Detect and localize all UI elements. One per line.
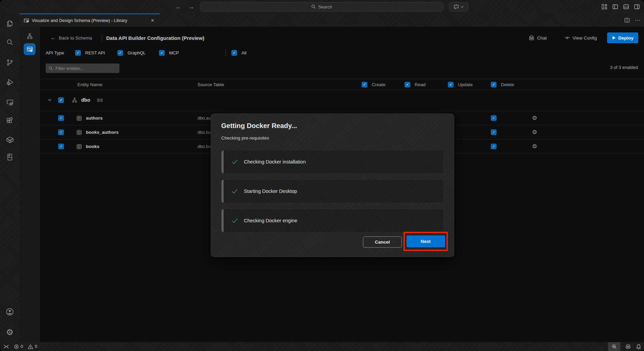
table-icon <box>76 130 82 135</box>
container-tools-icon[interactable] <box>0 133 20 146</box>
all-checkbox[interactable] <box>231 50 237 56</box>
extensions-icon[interactable] <box>0 115 20 127</box>
col-update: Update <box>448 79 473 90</box>
chevron-down-icon <box>461 5 464 8</box>
search-sidebar-icon[interactable] <box>0 36 20 49</box>
graphql-option: GraphQL <box>117 48 145 58</box>
header-divider <box>102 34 102 42</box>
copilot-chat-button[interactable] <box>449 2 468 11</box>
check-icon <box>231 187 238 195</box>
row-checkbox[interactable] <box>58 144 64 149</box>
group-name: dbo <box>81 97 90 103</box>
dab-configuration-icon[interactable] <box>24 43 36 55</box>
activity-bar: ⚙ <box>0 14 20 342</box>
delete-checkbox[interactable] <box>491 129 497 135</box>
tab-visualize-schema[interactable]: Visualize and Design Schema (Preview) - … <box>20 14 160 27</box>
schema-hierarchy-icon <box>71 97 78 103</box>
schema-group-row[interactable]: dbo 3/3 <box>40 90 644 111</box>
read-all-checkbox[interactable] <box>405 82 410 87</box>
table-icon <box>76 144 82 149</box>
step-docker-engine: Checking Docker engine <box>221 209 444 232</box>
all-label: All <box>242 50 246 55</box>
warning-count: 0 <box>35 344 37 349</box>
source-control-icon[interactable] <box>0 56 20 69</box>
run-debug-icon[interactable] <box>0 76 20 89</box>
all-option: All <box>231 48 246 58</box>
remote-indicator-icon[interactable] <box>3 344 9 349</box>
deploy-label: Deploy <box>618 35 634 41</box>
chat-button[interactable]: Chat <box>528 32 547 43</box>
search-icon <box>311 4 316 9</box>
row-checkbox[interactable] <box>58 129 64 135</box>
row-settings-gear-icon[interactable]: ⚙ <box>532 115 537 122</box>
chat-label: Chat <box>537 35 547 41</box>
account-icon[interactable] <box>0 305 20 318</box>
notifications-bell-icon[interactable] <box>636 344 641 350</box>
api-type-label: API Type <box>46 50 64 55</box>
copilot-icon <box>528 35 535 41</box>
customize-layout-icon[interactable] <box>601 4 607 10</box>
rest-api-checkbox[interactable] <box>75 50 81 56</box>
database-projects-icon[interactable] <box>0 151 20 164</box>
tab-strip: Visualize and Design Schema (Preview) - … <box>20 14 644 27</box>
schema-designer-tab-icon <box>24 18 29 23</box>
chevron-down-icon[interactable] <box>48 98 52 102</box>
delete-all-checkbox[interactable] <box>491 82 497 87</box>
step-docker-desktop: Starting Docker Desktop <box>221 179 444 203</box>
mcp-option: MCP <box>159 48 179 58</box>
next-button[interactable]: Next <box>407 235 445 247</box>
mcp-checkbox[interactable] <box>159 50 165 56</box>
dialog-title: Getting Docker Ready... <box>221 122 297 130</box>
row-settings-gear-icon[interactable]: ⚙ <box>532 129 537 136</box>
filter-entities-box <box>46 64 119 73</box>
split-editor-icon[interactable] <box>624 18 630 23</box>
command-center-search[interactable]: Search <box>200 2 443 11</box>
delete-checkbox[interactable] <box>491 115 497 121</box>
step-label: Checking Docker installation <box>244 159 306 165</box>
remote-explorer-icon[interactable] <box>0 96 20 109</box>
back-to-schema-label: Back to Schema <box>59 35 92 41</box>
cancel-button[interactable]: Cancel <box>363 236 402 248</box>
step-label: Starting Docker Desktop <box>244 189 297 194</box>
toggle-panel-bottom-icon[interactable] <box>623 4 629 10</box>
delete-checkbox[interactable] <box>491 144 497 149</box>
back-to-schema-link[interactable]: ← Back to Schema <box>50 32 92 43</box>
entity-name: authors <box>86 116 103 121</box>
problems-warnings[interactable]: 0 <box>28 344 37 349</box>
explorer-icon[interactable] <box>0 17 20 30</box>
error-count: 0 <box>21 344 23 349</box>
row-settings-gear-icon[interactable]: ⚙ <box>532 143 537 150</box>
filter-entities-input[interactable] <box>55 66 116 71</box>
zoom-control[interactable] <box>608 342 620 351</box>
col-entity-name: Entity Name <box>77 79 102 90</box>
step-label: Checking Docker engine <box>244 218 297 223</box>
row-checkbox[interactable] <box>58 115 64 121</box>
more-actions-icon[interactable]: ··· <box>635 18 641 23</box>
col-delete: Delete <box>491 79 514 90</box>
graphql-checkbox[interactable] <box>117 50 123 56</box>
graphql-label: GraphQL <box>128 50 145 55</box>
history-back-icon[interactable]: ← <box>174 2 183 11</box>
problems-errors[interactable]: 0 <box>14 344 23 349</box>
create-all-checkbox[interactable] <box>362 82 367 87</box>
update-all-checkbox[interactable] <box>448 82 454 87</box>
enabled-count: 3 of 3 enabled <box>610 65 638 70</box>
deploy-button[interactable]: Deploy <box>607 32 638 43</box>
back-arrow-icon: ← <box>50 35 56 41</box>
designer-tool-strip <box>20 27 40 342</box>
schema-diagram-icon[interactable] <box>24 30 36 42</box>
copilot-status-icon[interactable] <box>625 344 631 350</box>
search-label: Search <box>318 4 332 9</box>
next-button-annotation: Next <box>404 232 448 251</box>
settings-gear-icon[interactable]: ⚙ <box>0 326 20 339</box>
view-config-button[interactable]: View Config <box>564 32 597 43</box>
tab-title: Visualize and Design Schema (Preview) - … <box>32 18 127 23</box>
mcp-label: MCP <box>169 50 179 55</box>
group-checkbox[interactable] <box>58 97 64 103</box>
tab-close-icon[interactable]: ✕ <box>150 18 156 24</box>
toggle-panel-left-icon[interactable] <box>612 4 618 10</box>
docker-ready-dialog: Getting Docker Ready... Checking pre-req… <box>211 114 454 257</box>
history-forward-icon[interactable]: → <box>187 2 196 11</box>
title-bar: ← → Search <box>0 0 644 14</box>
toggle-panel-right-icon[interactable] <box>634 4 640 10</box>
